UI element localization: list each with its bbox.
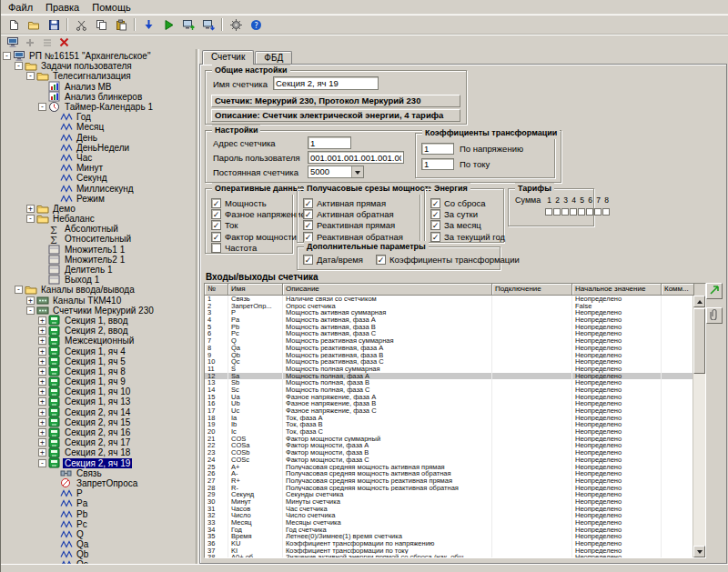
table-row[interactable]: 7QМощность реактивная суммарнаяНеопредел… (205, 337, 693, 345)
tree-expander[interactable]: - (26, 306, 35, 315)
table-row[interactable]: 26A-Получасовая средняя мощность активна… (205, 470, 693, 477)
checkbox[interactable]: ✓Мощность (211, 197, 290, 208)
save-button[interactable] (44, 15, 64, 34)
tariff-checkbox[interactable] (586, 208, 593, 216)
table-row[interactable]: 2ЗапретОпр...Опрос счетчикаFalse (205, 303, 693, 310)
tree-item[interactable]: Год (1, 112, 196, 122)
table-row[interactable]: 35ВремяЛетнее(0)/Зимнее(1) время счетчик… (205, 533, 693, 540)
password-input[interactable] (308, 151, 404, 164)
checkbox[interactable]: ✓Реактивная прямая (303, 220, 418, 231)
checkbox[interactable]: ✓Активная прямая (303, 197, 418, 208)
table-row[interactable]: 32ЧислоЧисло счетчикаНеопределено (205, 512, 693, 519)
tariff-checkbox[interactable] (594, 208, 602, 216)
tree-item[interactable]: Pa (1, 498, 196, 508)
tree-item[interactable]: +Секция 1, яч 5 (1, 356, 196, 366)
tree-item[interactable]: ЗапретОпроса (1, 478, 196, 488)
tree-expander[interactable]: + (38, 367, 46, 376)
checkbox-box[interactable]: ✓ (211, 198, 221, 208)
table-row[interactable]: 6PcМощность активная, фаза CНеопределено (205, 330, 693, 337)
tree-item[interactable]: +Секция 2, яч 17 (1, 437, 196, 447)
tree-item[interactable]: -Таймер-Календарь 1 (1, 102, 196, 112)
tree-item[interactable]: +Секция 2, ввод (1, 326, 196, 336)
checkbox[interactable]: ✓За сутки (430, 208, 501, 219)
tariff-checkbox[interactable] (602, 208, 610, 216)
checkbox[interactable]: ✓Ток (211, 220, 290, 231)
table-row[interactable]: 31ЧасовЧас счетчикаНеопределено (205, 506, 693, 513)
tree-item[interactable]: Миллисекунд (1, 183, 196, 193)
meter-name-input[interactable] (273, 76, 379, 90)
tree-expander[interactable]: + (38, 347, 46, 356)
table-row[interactable]: 19IbТок, фаза BНеопределено (205, 421, 693, 428)
tree-expander[interactable]: - (15, 286, 23, 294)
tree-item[interactable]: +Секция 1, яч 13 (1, 396, 196, 406)
tree-expander[interactable]: + (38, 448, 46, 457)
table-row[interactable]: 38A0+ об...Значение активной энергии пря… (205, 554, 693, 557)
tree-expander[interactable]: + (38, 418, 46, 426)
column-header[interactable]: Начальное значение (572, 284, 662, 296)
column-header[interactable]: Комм... (662, 284, 694, 296)
tree-expander[interactable]: + (38, 397, 46, 406)
checkbox[interactable]: ✓Фактор мощности (211, 231, 290, 242)
tree-expander[interactable]: - (26, 215, 35, 223)
tariff-checkbox[interactable] (545, 208, 552, 216)
address-input[interactable] (308, 136, 351, 149)
settings-button[interactable] (226, 15, 246, 34)
checkbox[interactable]: ✓За текущий год (430, 231, 501, 242)
tree-item[interactable]: +Демо (1, 204, 196, 214)
table-row[interactable]: 18IaТок, фаза AНеопределено (205, 415, 693, 422)
table-row[interactable]: 27R+Получасовая средняя мощность реактив… (205, 477, 693, 485)
checkbox[interactable]: ✓Дата/время (303, 254, 363, 265)
table-row[interactable]: 22COSaФактор мощности, фаза AНеопределен… (205, 442, 693, 449)
write-device-button[interactable] (178, 15, 198, 34)
table-row[interactable]: 37KIКоэффициент трансформации по токуНео… (205, 547, 693, 555)
checkbox-box[interactable]: ✓ (430, 198, 440, 208)
checkbox-box[interactable] (211, 243, 221, 253)
tree-item[interactable]: ΣОтносительный (1, 234, 196, 244)
table-row[interactable]: 8QaМощность реактивная, фаза AНеопределе… (205, 345, 693, 352)
table-row[interactable]: 1СвязьНаличие связи со счетчикомНеопреде… (205, 296, 693, 303)
table-row[interactable]: 20IcТок, фаза CНеопределено (205, 428, 693, 436)
column-header[interactable]: № (205, 284, 228, 296)
cut-button[interactable] (71, 15, 91, 34)
tariff-checkbox[interactable] (561, 208, 569, 216)
tree-item[interactable]: Qa (1, 539, 196, 549)
tree-item[interactable]: -Небаланс (1, 214, 196, 224)
tree-item[interactable]: +Секция 2, яч 14 (1, 407, 196, 417)
tree-item[interactable]: Режим (1, 194, 196, 204)
tree-item[interactable]: +Секция 2, яч 18 (1, 447, 196, 457)
table-row[interactable]: 29СекундСекунды счетчикаНеопределено (205, 491, 693, 498)
table-row[interactable]: 28R-Получасовая средняя мощность реактив… (205, 485, 693, 492)
column-header[interactable]: Подключение (492, 284, 572, 296)
tree-item[interactable]: -Каналы ввода/вывода (1, 285, 196, 295)
tree-item[interactable]: -Счетчики Меркурий 230 (1, 306, 196, 316)
tree-item[interactable]: День (1, 133, 196, 143)
help-button[interactable]: ? (246, 15, 266, 34)
delete-button[interactable] (56, 36, 73, 49)
attach-button[interactable] (706, 307, 723, 324)
read-device-button[interactable] (198, 15, 218, 34)
tree-expander[interactable]: - (38, 459, 46, 467)
table-row[interactable]: 4PaМощность активная, фаза AНеопределено (205, 316, 693, 324)
tree-expander[interactable]: + (38, 408, 46, 416)
constant-select[interactable]: 5000 (308, 166, 364, 178)
download-button[interactable] (138, 15, 158, 34)
table-row[interactable]: 3PМощность активная суммарнаяНеопределен… (205, 309, 693, 316)
table-row[interactable]: 34ГодГод счетчикаНеопределено (205, 527, 693, 534)
tree-expander[interactable]: + (38, 438, 46, 447)
table-row[interactable]: 17UcФазное напряжение, фаза CНеопределен… (205, 407, 693, 415)
menu-edit[interactable]: Правка (39, 1, 86, 14)
tree-item[interactable]: +Секция 1, яч 4 (1, 346, 196, 356)
tree-item[interactable]: -РП №16151 "Архангельское" (1, 51, 196, 61)
table-row[interactable]: 12SaМощность полная, фаза AНеопределено (205, 373, 693, 380)
checkbox[interactable]: ✓За месяц (430, 220, 501, 231)
table-row[interactable]: 25A+Получасовая средняя мощность активна… (205, 464, 693, 471)
checkbox[interactable]: ✓Со сброса (430, 197, 501, 208)
checkbox-box[interactable]: ✓ (303, 220, 313, 230)
table-row[interactable]: 9QbМощность реактивная, фаза BНеопределе… (205, 352, 693, 359)
tree-expander[interactable]: + (38, 377, 46, 386)
tree-item[interactable]: P (1, 488, 196, 498)
checkbox-box[interactable]: ✓ (430, 209, 440, 219)
tree-item[interactable]: Секунд (1, 173, 196, 183)
tree-item[interactable]: +Каналы ТКМ410 (1, 296, 196, 306)
tree-expander[interactable]: + (38, 316, 46, 325)
